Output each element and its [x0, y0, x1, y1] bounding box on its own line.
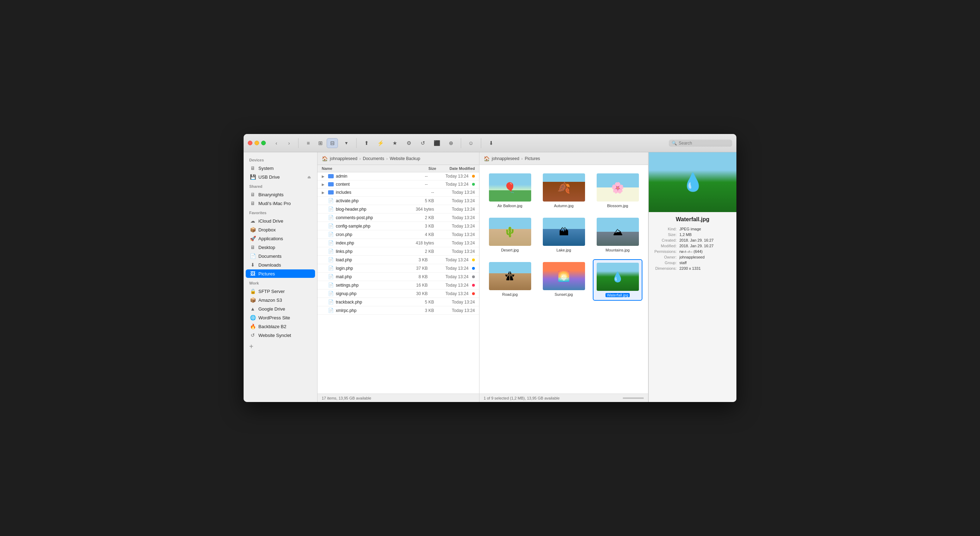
sidebar-item-documents[interactable]: 📄 Documents	[246, 252, 315, 260]
minimize-button[interactable]	[255, 141, 259, 145]
sidebar-item-icloud[interactable]: ☁ iCloud Drive	[246, 217, 315, 225]
forward-button[interactable]: ›	[284, 140, 294, 147]
gallery-item-label: Waterfall.jpg	[605, 293, 630, 297]
path-user: johnappleseed	[330, 156, 357, 161]
sidebar-item-website-sync[interactable]: ↺ Website Synclet	[246, 331, 315, 339]
status-badge	[472, 275, 475, 278]
blossom-photo: 🌸	[597, 173, 639, 201]
file-name: load.php	[336, 257, 398, 262]
permissions-value: rw-r--r-- (644)	[679, 249, 731, 254]
file-name: settings.php	[336, 283, 398, 288]
gallery-item-sunset[interactable]: 🌅 Sunset.jpg	[539, 259, 589, 301]
list-item[interactable]: 📄 signup.php 30 KB Today 13:24	[318, 289, 479, 298]
gallery-item-lake[interactable]: 🏔 Lake.jpg	[539, 215, 589, 255]
search-box: 🔍	[669, 140, 732, 147]
gallery-item-desert[interactable]: 🌵 Desert.jpg	[485, 215, 535, 255]
list-item[interactable]: ▶ admin -- Today 13:24	[318, 172, 479, 181]
status-badge	[472, 292, 475, 295]
emoji-button[interactable]: ☺	[465, 138, 477, 148]
close-button[interactable]	[248, 141, 252, 145]
sidebar-item-desktop[interactable]: 🖥 Desktop	[246, 243, 315, 252]
file-size: 2 KB	[406, 215, 434, 220]
sidebar-item-mudi[interactable]: 🖥 Mudi's iMac Pro	[246, 199, 315, 208]
maximize-button[interactable]	[261, 141, 266, 145]
action-button[interactable]: ⬛	[431, 138, 442, 148]
search-input[interactable]	[679, 141, 729, 146]
list-item[interactable]: 📄 load.php 3 KB Today 13:24	[318, 256, 479, 264]
back-button[interactable]: ‹	[271, 140, 281, 147]
sidebar-item-wordpress[interactable]: 🌐 WordPress Site	[246, 313, 315, 322]
sidebar-item-sftp[interactable]: 🔒 SFTP Server	[246, 287, 315, 295]
gallery-item-blossom[interactable]: 🌸 Blossom.jpg	[593, 171, 643, 211]
file-size: 3 KB	[406, 224, 434, 228]
folder-arrow-icon: ▶	[322, 174, 326, 178]
file-date: Today 13:24	[436, 198, 475, 203]
file-size: 5 KB	[406, 198, 434, 203]
preview-info: Waterfall.jpg Kind: JPEG image Size: 1,2…	[649, 212, 737, 402]
home-icon: 🏠	[484, 156, 490, 162]
list-item[interactable]: 📄 mail.php 8 KB Today 13:24	[318, 273, 479, 281]
sidebar-item-pictures[interactable]: 🖼 Pictures	[246, 270, 315, 278]
add-location-button[interactable]: +	[243, 340, 259, 354]
file-size: 3 KB	[399, 257, 428, 262]
gallery-item-mountains[interactable]: ⛰ Mountains.jpg	[593, 215, 643, 255]
refresh-button[interactable]: ↺	[417, 138, 428, 148]
list-item[interactable]: 📄 config-sample.php 3 KB Today 13:24	[318, 222, 479, 230]
sidebar-item-google-drive[interactable]: ▲ Google Drive	[246, 304, 315, 313]
list-item[interactable]: ▶ content -- Today 13:24	[318, 181, 479, 189]
list-item[interactable]: 📄 trackback.php 5 KB Today 13:24	[318, 298, 479, 306]
list-item[interactable]: 📄 blog-header.php 364 bytes Today 13:24	[318, 205, 479, 214]
sidebar-item-amazon-s3[interactable]: 📦 Amazon S3	[246, 296, 315, 304]
view-options-button[interactable]: ▼	[341, 138, 352, 148]
sidebar-item-usb[interactable]: 💾 USB Drive ⏏	[246, 173, 315, 181]
sidebar-item-backblaze[interactable]: 🔥 Backblaze B2	[246, 322, 315, 331]
share-button[interactable]: ⬆	[361, 138, 372, 148]
file-name: trackback.php	[336, 300, 404, 304]
list-item[interactable]: 📄 comments-post.php 2 KB Today 13:24	[318, 214, 479, 222]
dimensions-label: Dimensions:	[654, 266, 676, 270]
gallery-item-label: Air Balloon.jpg	[497, 204, 522, 208]
sidebar-item-downloads[interactable]: ⬇ Downloads	[246, 261, 315, 269]
sidebar-item-applications[interactable]: 🚀 Applications	[246, 234, 315, 243]
file-size: 2 KB	[406, 249, 434, 254]
work-section-label: Work	[243, 278, 317, 287]
file-name: config-sample.php	[336, 224, 404, 228]
eject-button[interactable]: ⏏	[307, 175, 311, 179]
star-button[interactable]: ★	[389, 138, 400, 148]
grid-view-button[interactable]: ⊟	[327, 138, 338, 148]
list-item[interactable]: 📄 settings.php 16 KB Today 13:24	[318, 281, 479, 289]
column-view-button[interactable]: ⊞	[315, 138, 326, 148]
list-item[interactable]: 📄 xmlrpc.php 3 KB Today 13:24	[318, 306, 479, 315]
permissions-label: Permissions:	[654, 249, 676, 254]
gallery-item-road[interactable]: 🛣 Road.jpg	[485, 259, 535, 301]
gallery-item-air-balloon[interactable]: Air Balloon.jpg	[485, 171, 535, 211]
sidebar-item-binarynights[interactable]: 🖥 Binarynights	[246, 190, 315, 199]
list-item[interactable]: 📄 index.php 418 bytes Today 13:24	[318, 239, 479, 247]
file-icon: 📄	[328, 215, 334, 220]
gallery-item-waterfall[interactable]: 💧 Waterfall.jpg	[593, 259, 643, 301]
status-badge	[472, 183, 475, 186]
sidebar-item-label: WordPress Site	[258, 315, 311, 320]
file-pane-path: 🏠 johnappleseed › Documents › Website Ba…	[318, 152, 479, 165]
file-size: 4 KB	[406, 232, 434, 237]
gallery-zoom-slider[interactable]	[623, 397, 644, 399]
lightning-button[interactable]: ⚡	[375, 138, 386, 148]
sftp-icon: 🔒	[250, 289, 256, 294]
list-item[interactable]: ▶ includes -- Today 13:24	[318, 189, 479, 197]
waterfall-thumb: 💧	[597, 263, 639, 291]
gear-button[interactable]: ⚙	[403, 138, 414, 148]
gallery-item-autumn[interactable]: 🍂 Autumn.jpg	[539, 171, 589, 211]
download-button[interactable]: ⬇	[485, 138, 497, 148]
list-item[interactable]: 📄 login.php 37 KB Today 13:24	[318, 264, 479, 273]
list-item[interactable]: 📄 links.php 2 KB Today 13:24	[318, 247, 479, 256]
applications-icon: 🚀	[250, 236, 256, 241]
sidebar-item-dropbox[interactable]: 📦 Dropbox	[246, 225, 315, 234]
gallery-item-label: Blossom.jpg	[607, 204, 628, 208]
list-item[interactable]: 📄 cron.php 4 KB Today 13:24	[318, 230, 479, 239]
usb-icon: 💾	[250, 174, 256, 180]
add-button[interactable]: ⊕	[445, 138, 457, 148]
list-item[interactable]: 📄 activate.php 5 KB Today 13:24	[318, 197, 479, 205]
list-view-button[interactable]: ≡	[303, 138, 314, 148]
file-size: 418 bytes	[406, 241, 434, 246]
sidebar-item-system[interactable]: 🖥 System	[246, 164, 315, 172]
